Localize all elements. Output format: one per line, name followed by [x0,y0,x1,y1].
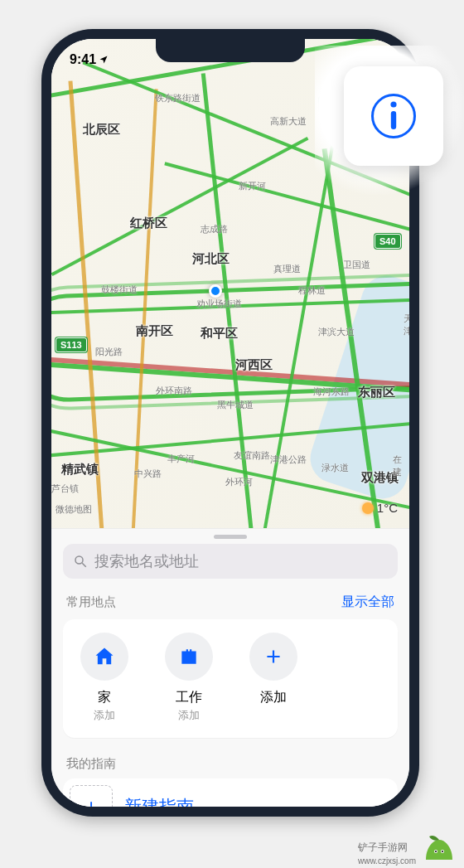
favorites-header: 常用地点 显示全部 [51,579,409,619]
district-label: 河西区 [235,357,273,373]
sheet-grabber[interactable] [214,535,247,539]
svg-rect-3 [391,111,396,129]
road-label: 芦台镇 [51,482,79,495]
favorite-work[interactable]: 工作 添加 [156,633,222,723]
svg-point-7 [442,851,443,852]
district-label: 东丽区 [358,385,395,400]
info-icon [371,94,416,138]
favorite-home[interactable]: 家 添加 [71,633,138,723]
guides-card: + 新建指南... [63,778,398,807]
notch [156,39,305,62]
watermark-logo [421,833,457,866]
road-label: 津港公路 [270,453,307,466]
info-button[interactable] [344,66,443,166]
road-label: 志成路 [201,223,228,235]
road-label: 新开河 [239,180,266,192]
favorite-add[interactable]: 添加 [240,633,307,723]
info-callout [315,46,464,195]
home-icon [80,633,128,681]
road-label: 劝业场街道 [196,298,242,310]
district-label: 南开区 [136,323,173,339]
guides-title: 我的指南 [51,738,409,778]
district-label: 精武镇 [61,462,99,478]
district-label: 红桥区 [130,216,167,231]
route-shield: S40 [375,234,401,249]
search-bar[interactable]: 搜索地名或地址 [63,544,398,579]
district-label: 和平区 [201,326,238,342]
road-label: 海河东路 [313,386,350,398]
search-placeholder: 搜索地名或地址 [94,551,199,571]
location-arrow-icon [99,55,109,65]
show-all-link[interactable]: 显示全部 [341,594,394,611]
road-label: 在建 [393,453,409,478]
road-label: 友谊南路 [234,449,270,462]
road-label: 铁东路街道 [155,92,201,104]
favorites-title: 常用地点 [66,594,116,610]
svg-point-6 [435,851,437,852]
weather-pill[interactable]: 1°C [362,501,398,515]
road-label: 天津 [404,313,409,337]
road-label: 高新大道 [270,115,307,128]
district-label: 河北区 [192,251,230,267]
road-label: 鼓楼街道 [101,284,138,296]
road-label: 阳光路 [95,346,123,358]
road-label: 卫国道 [343,259,370,271]
favorites-card: 家 添加 工作 添加 添加 [63,619,398,738]
briefcase-icon [165,633,213,681]
favorite-label: 工作 [176,689,202,706]
favorite-sub: 添加 [178,708,200,723]
road-label: 外环河 [225,476,253,488]
svg-point-2 [390,101,396,107]
watermark-text: 铲子手游网 [358,841,408,853]
district-label: 北辰区 [83,122,120,138]
new-guide-label[interactable]: 新建指南... [124,795,209,807]
road-label: 渌水道 [321,462,349,474]
sun-icon [362,502,374,514]
route-shield: S113 [56,337,87,352]
time-text: 9:41 [70,52,96,67]
user-location-dot [209,284,222,298]
road-label: 黑牛城道 [217,399,254,411]
svg-point-0 [75,556,83,564]
watermark: 铲子手游网 www.czjxsj.com [358,841,416,866]
status-time: 9:41 [70,52,109,67]
bottom-sheet[interactable]: 搜索地名或地址 常用地点 显示全部 家 添加 工作 [51,528,409,807]
plus-icon [249,633,297,681]
road-label: 程林道 [298,284,326,297]
favorite-label: 添加 [260,689,287,706]
new-guide-tile[interactable]: + [70,785,113,807]
search-icon [73,554,88,569]
favorite-sub: 添加 [94,708,115,723]
svg-line-1 [82,563,86,567]
road-label: 真理道 [273,263,301,275]
road-label: 中兴路 [134,468,162,480]
road-label: 微德地图 [56,503,92,516]
road-label: 津滨大道 [318,326,355,338]
road-label: 丰产河 [167,453,195,465]
weather-text: 1°C [377,501,398,515]
road-label: 外环南路 [156,385,192,397]
favorite-label: 家 [98,689,111,706]
watermark-url: www.czjxsj.com [358,856,416,866]
